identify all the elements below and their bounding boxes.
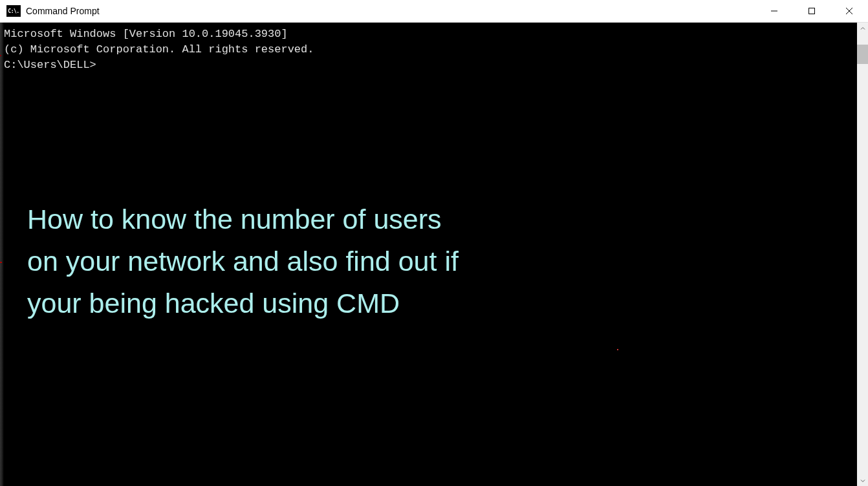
window-titlebar: C:\. Command Prompt	[0, 0, 868, 23]
scrollbar-thumb[interactable]	[857, 45, 868, 64]
chevron-down-icon	[860, 478, 865, 483]
scrollbar-up-button[interactable]	[857, 23, 868, 34]
minimize-icon	[770, 7, 778, 15]
scrollbar-down-button[interactable]	[857, 475, 868, 486]
terminal-prompt: C:\Users\DELL>	[4, 58, 857, 73]
chevron-up-icon	[860, 26, 865, 31]
close-icon	[845, 7, 853, 15]
svg-rect-1	[809, 8, 815, 14]
maximize-icon	[808, 7, 816, 15]
cmd-icon-text: C:\.	[8, 8, 19, 14]
cmd-icon: C:\.	[6, 5, 21, 17]
terminal-area: Microsoft Windows [Version 10.0.19045.39…	[0, 23, 868, 486]
minimize-button[interactable]	[755, 0, 793, 22]
overlay-caption: How to know the number of users on your …	[27, 198, 467, 324]
terminal-line-copyright: (c) Microsoft Corporation. All rights re…	[4, 42, 857, 58]
vertical-scrollbar[interactable]	[857, 23, 868, 486]
scrollbar-track[interactable]	[857, 34, 868, 475]
close-button[interactable]	[830, 0, 868, 22]
window-title: Command Prompt	[26, 6, 755, 16]
terminal-line-version: Microsoft Windows [Version 10.0.19045.39…	[4, 26, 857, 42]
red-dot-artifact	[617, 349, 618, 350]
maximize-button[interactable]	[793, 0, 830, 22]
terminal-content[interactable]: Microsoft Windows [Version 10.0.19045.39…	[4, 23, 857, 486]
window-controls	[755, 0, 868, 22]
